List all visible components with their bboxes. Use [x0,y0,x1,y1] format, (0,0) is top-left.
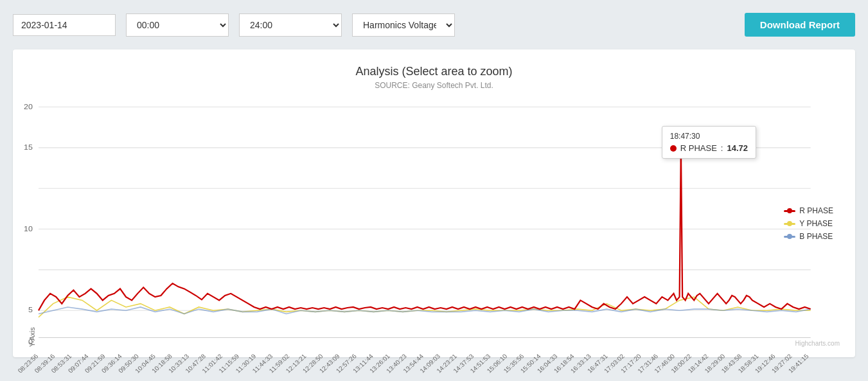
legend-r-label: R PHASE [799,206,833,215]
svg-text:15: 15 [24,143,33,151]
chart-svg[interactable]: 20 15 10 5 0 08:23:56 [39,100,840,344]
svg-text:5: 5 [28,306,33,314]
legend-r-phase: R PHASE [784,206,833,215]
filter-select[interactable]: Harmonics Voltage (3 p Harmonics Current… [352,13,455,37]
download-report-button[interactable]: Download Report [745,13,855,37]
legend-y-phase: Y PHASE [784,219,833,228]
highcharts-credit: Highcharts.com [795,340,840,347]
svg-text:20: 20 [24,102,33,111]
legend-y-label: Y PHASE [799,219,833,228]
legend-b-label: B PHASE [799,232,833,241]
toolbar: 2023-01-14 00:00 01:0002:0003:00 06:0012… [13,13,855,37]
legend-dot-b [784,236,795,238]
svg-text:10: 10 [24,224,33,233]
chart-svg-wrapper: 20 15 10 5 0 08:23:56 [39,100,840,347]
time-end-select[interactable]: 00:00 24:00 12:00 [239,13,342,37]
chart-title: Analysis (Select area to zoom) [28,65,840,78]
time-start-select[interactable]: 00:00 01:0002:0003:00 06:0012:0024:00 [126,13,229,37]
chart-area: Y-Axis 18:47:30 R PHASE: 14.72 [28,100,840,347]
chart-inner: 18:47:30 R PHASE: 14.72 20 [39,100,840,347]
chart-legend: R PHASE Y PHASE B PHASE [784,206,833,241]
spike-marker [676,143,686,153]
chart-subtitle: SOURCE: Geany Softech Pvt. Ltd. [28,81,840,90]
legend-b-phase: B PHASE [784,232,833,241]
legend-dot-y [784,223,795,225]
date-input[interactable]: 2023-01-14 [13,14,116,36]
chart-container: Analysis (Select area to zoom) SOURCE: G… [13,49,855,357]
svg-text:0: 0 [28,337,33,346]
legend-dot-r [784,210,795,212]
